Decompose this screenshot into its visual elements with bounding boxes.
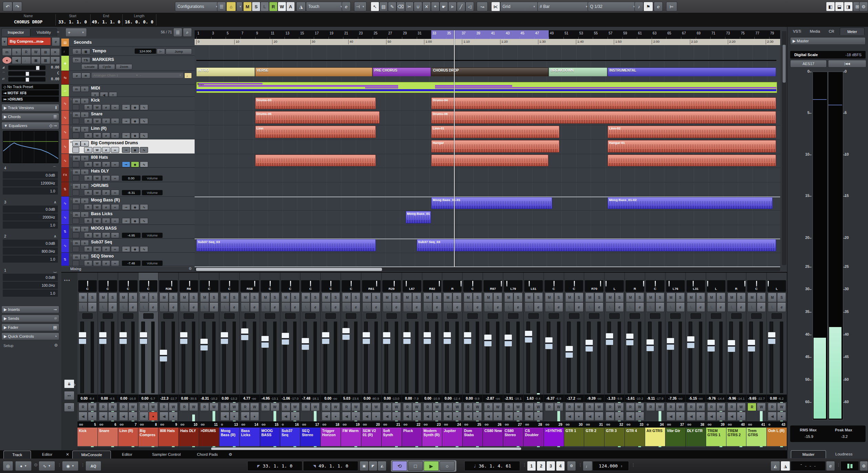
group-button[interactable]: = (109, 92, 117, 97)
edit-button[interactable]: e (88, 302, 97, 312)
mute-button[interactable]: M (220, 293, 229, 302)
edit-button[interactable]: e (102, 147, 110, 153)
track-search-icon[interactable]: ⌕ (183, 28, 192, 37)
channel-values[interactable]: 0.00-7.9 (402, 395, 422, 402)
monitor-button[interactable]: ◀ (443, 412, 452, 421)
channel-values[interactable]: -9.11-17.9 (645, 395, 665, 402)
fader-track[interactable] (263, 322, 267, 393)
solo-button[interactable]: S (575, 293, 583, 302)
fader-handle[interactable] (140, 332, 147, 344)
solo-button[interactable]: S (270, 293, 279, 302)
record-button[interactable]: ● (493, 412, 502, 421)
write-button[interactable]: W (655, 403, 664, 411)
channel-values[interactable]: -9.96-14.1 (726, 395, 746, 402)
write-button[interactable]: W (696, 403, 705, 411)
fader-value[interactable]: -9.11 (647, 396, 655, 400)
fader-value[interactable]: -2.91 (505, 396, 513, 400)
read-button[interactable]: R (768, 403, 777, 411)
channel-name[interactable]: DLY GTR (686, 428, 706, 446)
mute-button[interactable]: M (383, 293, 392, 302)
rack-slot[interactable] (285, 313, 296, 319)
channel-values[interactable]: -1.33-9.8 (604, 395, 624, 402)
solo-button[interactable]: S (473, 293, 482, 302)
read-button[interactable]: R (84, 147, 92, 153)
mute-button[interactable]: M (140, 293, 148, 302)
audio-record-dropdown[interactable]: ∿▼ (39, 461, 55, 471)
pan-handle[interactable] (707, 281, 708, 286)
tab-visibility[interactable]: Visibility (30, 28, 57, 36)
fader-value[interactable]: -8.31 (201, 396, 209, 400)
monitor-button[interactable]: ◀ (322, 412, 331, 421)
record-button[interactable]: ● (777, 412, 786, 421)
channel-values[interactable]: 0.00-9.9 (463, 395, 483, 402)
channel-values[interactable]: -6.37-6.9 (544, 395, 564, 402)
mixer-channel-cs80-stereo[interactable]: L79MSLe-2.91-18.1RW◀●⊙⊙27CS80 Stereo (503, 273, 524, 451)
eq-curve-display[interactable] (3, 131, 59, 163)
solo-button[interactable]: S (392, 293, 401, 302)
fader-handle[interactable] (383, 332, 391, 344)
pan-handle[interactable] (655, 281, 656, 286)
tempo-value[interactable]: 124.000 (135, 49, 156, 54)
fader-track[interactable] (303, 322, 307, 393)
event-sub37-seq-03[interactable]: Sub37 Seq_03 (417, 239, 776, 251)
rack-slot[interactable] (326, 313, 336, 319)
channel-values[interactable]: -17.2-oo (564, 395, 584, 402)
record-button[interactable]: ● (534, 412, 543, 421)
edit-button[interactable]: e (102, 133, 110, 138)
pan-control[interactable]: C (646, 280, 664, 292)
record-enable-button[interactable] (72, 190, 79, 196)
read-button[interactable]: R (565, 403, 574, 411)
eq-band-4-freq[interactable]: 12000Hz (3, 179, 58, 187)
inserts-state-chip[interactable]: ⊸ (122, 133, 130, 138)
edit-button[interactable]: e (433, 302, 442, 312)
eq-state-chip[interactable]: ◆ (131, 218, 139, 224)
mute-button[interactable]: m (72, 240, 81, 246)
rack-slot[interactable] (650, 313, 660, 319)
fader-value[interactable]: 0.00 (770, 396, 777, 400)
monitor-button[interactable]: ◀ (119, 412, 128, 421)
fader-value[interactable]: -4.95 (261, 396, 270, 400)
marker-verse[interactable]: VERSE (255, 67, 372, 76)
pan-control[interactable]: R97 (484, 280, 502, 292)
mute-button[interactable]: M (687, 293, 696, 302)
eq-band-3-freq[interactable]: 2000Hz (3, 213, 58, 221)
stop-button[interactable]: □ (408, 461, 423, 471)
arranger-musical-button[interactable]: ♩ (184, 73, 192, 78)
edit-button[interactable]: e (189, 302, 198, 312)
count-in-icon[interactable]: ◮ (781, 461, 790, 471)
track-row-moog-bass[interactable]: ⇅15msMOOG BASSRWe∞-4.95Volume (61, 225, 195, 239)
event-clip[interactable] (431, 155, 548, 166)
write-button[interactable]: W (473, 403, 482, 411)
listen-button[interactable]: L (504, 302, 513, 312)
listen-button[interactable]: L (687, 302, 696, 312)
bypass-button[interactable]: ∞ (111, 218, 119, 224)
rack-slot[interactable] (467, 313, 478, 319)
fader-track[interactable] (547, 322, 550, 393)
edit-button[interactable]: e (230, 302, 239, 312)
fader-track[interactable] (607, 322, 611, 393)
output-routing-row[interactable]: ⤇ >DRUMS (2, 96, 59, 102)
fader-value[interactable]: 0.00 (424, 396, 431, 400)
fader-handle[interactable] (159, 349, 167, 362)
fader-value[interactable]: -1.06 (282, 396, 290, 400)
event-drums-03[interactable]: Drums-03 (255, 97, 376, 109)
snap-type-dropdown[interactable]: Grid▼ (500, 2, 538, 11)
listen-button[interactable]: L (261, 302, 270, 312)
keyboard-focus-icon[interactable]: ◎ (3, 461, 13, 471)
write-button[interactable]: W (615, 403, 624, 411)
record-button[interactable]: ● (595, 412, 603, 421)
eq-band-3-gain[interactable]: 0.0dB (3, 206, 58, 213)
monitor-button[interactable]: ◀ (100, 92, 108, 97)
fader-value[interactable]: 0.00 (324, 396, 331, 400)
edit-button[interactable]: e (102, 161, 110, 167)
eq-band-4-gain[interactable]: 0.0dB (3, 171, 58, 179)
line-tool-icon[interactable]: ╱ (457, 2, 465, 11)
listen-button[interactable]: L (707, 302, 716, 312)
edit-button[interactable]: e (149, 302, 158, 312)
edit-button[interactable]: e (331, 302, 340, 312)
add-cycle-marker-button[interactable]: T⇅ (81, 57, 90, 63)
marker-pre-chorus[interactable]: PRE CHORUS (373, 67, 431, 76)
tab-sampler-control[interactable]: Sampler Control (144, 451, 189, 458)
edit-button[interactable]: e (453, 302, 462, 312)
event-hangar[interactable]: Hangar (431, 140, 559, 153)
